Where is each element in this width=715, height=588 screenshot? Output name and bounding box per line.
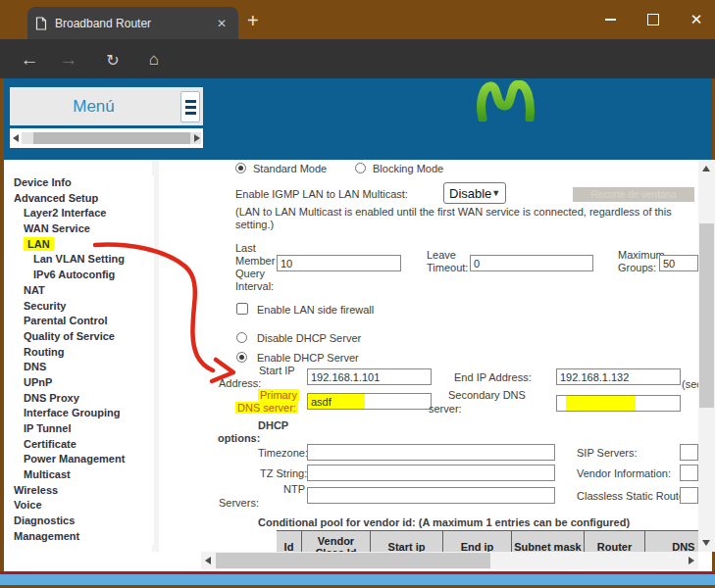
scroll-right-icon[interactable]: [689, 557, 694, 564]
vendor-info-input[interactable]: [680, 465, 698, 481]
hamburger-icon[interactable]: [180, 91, 200, 122]
secondary-dns-input[interactable]: [556, 395, 681, 412]
end-ip-label: End IP Address:: [454, 371, 532, 383]
close-button[interactable]: ✕: [675, 0, 715, 39]
sidebar-item-parental-control[interactable]: Parental Control: [4, 314, 154, 329]
vertical-scrollbar-thumb[interactable]: [699, 223, 714, 408]
sidebar-item-device-info[interactable]: Device Info: [4, 175, 154, 191]
horizontal-scrollbar-thumb[interactable]: [216, 553, 490, 568]
menu-bar[interactable]: Menú: [10, 87, 203, 125]
browser-window: Broadband Router ✕ + ✕ ← → ↻ ⌂ ⚠ No segu…: [0, 0, 715, 588]
start-ip-label-2: Address:: [219, 377, 261, 389]
movistar-logo-icon: [476, 80, 536, 122]
vendor-info-label: Vendor Information:: [577, 467, 671, 479]
table-header-end-ip: End ip: [442, 530, 512, 552]
lan-firewall-checkbox[interactable]: [236, 303, 248, 315]
standard-mode-radio[interactable]: [235, 163, 246, 173]
sidebar-item-certificate[interactable]: Certificate: [4, 437, 154, 453]
vertical-scrollbar[interactable]: [698, 160, 715, 552]
igmp-select[interactable]: Disable ▼: [443, 182, 506, 204]
scroll-right-icon[interactable]: [194, 134, 200, 142]
secondary-dns-label-2: server:: [429, 403, 462, 415]
sidebar-item-voice[interactable]: Voice: [4, 498, 154, 514]
home-icon[interactable]: ⌂: [139, 39, 169, 80]
sidebar-item-dns[interactable]: DNS: [4, 360, 154, 375]
disable-dhcp-label: Disable DHCP Server: [257, 332, 361, 344]
tab-title: Broadband Router: [55, 17, 213, 30]
table-header-id: Id: [277, 530, 302, 552]
end-ip-input[interactable]: [556, 368, 681, 385]
browser-tab[interactable]: Broadband Router ✕: [27, 7, 238, 39]
title-bar: Broadband Router ✕ + ✕: [0, 0, 715, 39]
sidebar-item-power-management[interactable]: Power Management: [4, 452, 154, 467]
menu-scrollbar-thumb[interactable]: [33, 132, 190, 144]
sidebar-item-wan-service[interactable]: WAN Service: [4, 221, 154, 237]
refresh-icon[interactable]: ↻: [98, 39, 128, 80]
menu-scrollbar[interactable]: [10, 128, 203, 148]
scroll-up-icon[interactable]: [702, 166, 710, 172]
start-ip-label-1: Start IP: [259, 365, 295, 376]
sidebar-nav: Device Info Advanced Setup Layer2 Interf…: [4, 175, 154, 545]
table-header-vendor-class-id: Vendor Class Id: [301, 530, 371, 552]
sidebar-item-diagnostics[interactable]: Diagnostics: [4, 514, 154, 529]
start-ip-input[interactable]: [307, 368, 432, 385]
sidebar-item-lan-vlan-setting[interactable]: Lan VLAN Setting: [4, 252, 154, 268]
horizontal-scrollbar[interactable]: [201, 552, 698, 569]
tz-string-label: TZ String:: [260, 467, 307, 479]
igmp-label: Enable IGMP LAN to LAN Multicast:: [235, 188, 408, 200]
ntp-label-2: Servers:: [219, 497, 259, 509]
table-header-subnet-mask: Subnet mask: [511, 530, 585, 552]
primary-dns-label-2: DNS server:: [235, 402, 298, 414]
sidebar-item-routing[interactable]: Routing: [4, 345, 154, 361]
tz-string-input[interactable]: [307, 465, 555, 481]
sidebar-item-quality-of-service[interactable]: Quality of Service: [4, 329, 154, 345]
dhcp-options-label-1: DHCP: [258, 419, 288, 431]
classless-route-label: Classless Static Route:: [577, 490, 688, 502]
sidebar-item-ipv6-autoconfig[interactable]: IPv6 Autoconfig: [4, 268, 154, 283]
igmp-note: (LAN to LAN Multicast is enabled until t…: [235, 206, 679, 231]
blocking-mode-label: Blocking Mode: [373, 163, 443, 174]
tab-close-icon[interactable]: ✕: [213, 17, 230, 30]
chevron-down-icon: ▼: [491, 188, 500, 198]
sidebar-item-dns-proxy[interactable]: DNS Proxy: [4, 391, 154, 407]
leave-timeout-input[interactable]: [470, 255, 593, 271]
sidebar-item-ip-tunnel[interactable]: IP Tunnel: [4, 421, 154, 437]
max-groups-input[interactable]: [659, 255, 698, 271]
maximize-button[interactable]: [632, 0, 675, 39]
enable-dhcp-radio[interactable]: [236, 352, 247, 363]
table-header-router: Router: [584, 530, 645, 552]
scroll-left-icon[interactable]: [205, 557, 211, 564]
sidebar-item-multicast[interactable]: Multicast: [4, 467, 154, 483]
sip-servers-input[interactable]: [680, 444, 698, 461]
table-header-start-ip: Start ip: [370, 530, 443, 552]
scroll-left-icon[interactable]: [13, 134, 19, 142]
sidebar-item-advanced-setup[interactable]: Advanced Setup: [4, 191, 154, 207]
sidebar-item-layer2-interface[interactable]: Layer2 Interface: [4, 206, 154, 221]
timezone-input[interactable]: [307, 444, 555, 461]
sidebar-item-lan[interactable]: LAN: [4, 237, 154, 253]
forward-icon[interactable]: →: [54, 39, 83, 80]
back-icon[interactable]: ←: [15, 39, 44, 80]
minimize-button[interactable]: [588, 0, 632, 39]
standard-mode-label: Standard Mode: [253, 163, 327, 174]
page-icon: [35, 17, 47, 30]
classless-route-input[interactable]: [680, 487, 698, 504]
last-member-label: Last Member Query Interval:: [235, 242, 282, 293]
lan-firewall-label: Enable LAN side firewall: [257, 304, 374, 316]
sidebar-item-wireless[interactable]: Wireless: [4, 483, 154, 499]
sidebar-item-interface-grouping[interactable]: Interface Grouping: [4, 406, 154, 421]
new-tab-button[interactable]: +: [247, 10, 259, 32]
sidebar-item-upnp[interactable]: UPnP: [4, 375, 154, 391]
blocking-mode-radio[interactable]: [355, 163, 366, 173]
sidebar-item-security[interactable]: Security: [4, 299, 154, 315]
scroll-down-icon[interactable]: [702, 540, 710, 546]
sidebar-item-management[interactable]: Management: [4, 529, 154, 545]
last-member-input[interactable]: [277, 255, 401, 271]
secondary-dns-label-1: Secondary DNS: [448, 389, 526, 401]
leave-timeout-label: Leave Timeout:: [427, 249, 474, 274]
sidebar-item-nat[interactable]: NAT: [4, 283, 154, 299]
primary-dns-input[interactable]: [307, 393, 432, 410]
disable-dhcp-radio[interactable]: [236, 332, 247, 343]
ntp-servers-input[interactable]: [307, 487, 555, 504]
primary-dns-label-1: Primary: [258, 389, 299, 401]
